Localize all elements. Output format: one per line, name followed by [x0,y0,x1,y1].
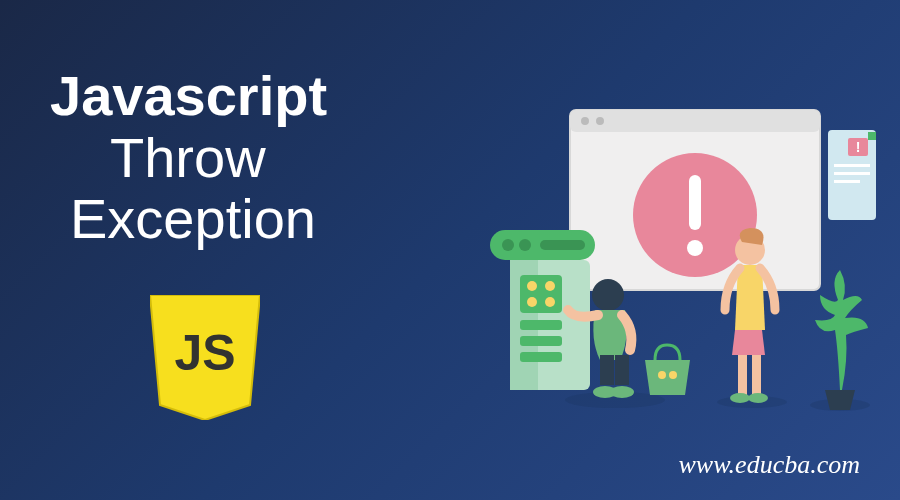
svg-rect-15 [834,172,870,175]
svg-point-9 [687,240,703,256]
title-line-1: Javascript [50,65,327,127]
title-line-3: Exception [70,188,327,250]
error-illustration: ! [470,100,880,420]
svg-rect-11 [868,132,876,140]
page-title: Javascript Throw Exception [50,65,327,250]
svg-rect-23 [520,275,562,313]
svg-rect-34 [615,355,629,385]
website-url: www.educba.com [679,450,861,480]
svg-text:JS: JS [174,325,235,381]
svg-text:!: ! [856,139,861,155]
svg-rect-33 [600,355,614,385]
svg-point-19 [519,239,531,251]
title-line-2: Throw [110,127,327,189]
svg-point-44 [748,393,768,403]
svg-point-37 [658,371,666,379]
svg-rect-14 [834,164,870,167]
svg-point-6 [596,117,604,125]
svg-rect-16 [834,180,860,183]
svg-rect-20 [540,240,585,250]
svg-point-18 [502,239,514,251]
svg-rect-8 [689,175,701,230]
svg-rect-29 [520,336,562,346]
svg-rect-30 [520,352,562,362]
svg-point-32 [592,279,624,311]
svg-point-26 [527,297,537,307]
javascript-logo: JS [150,295,260,420]
svg-rect-41 [738,355,747,395]
svg-point-27 [545,297,555,307]
svg-rect-42 [752,355,761,395]
svg-point-25 [545,281,555,291]
svg-rect-28 [520,320,562,330]
svg-point-43 [730,393,750,403]
svg-point-5 [581,117,589,125]
svg-point-38 [669,371,677,379]
svg-point-24 [527,281,537,291]
svg-point-36 [610,386,634,398]
svg-rect-4 [570,110,820,132]
